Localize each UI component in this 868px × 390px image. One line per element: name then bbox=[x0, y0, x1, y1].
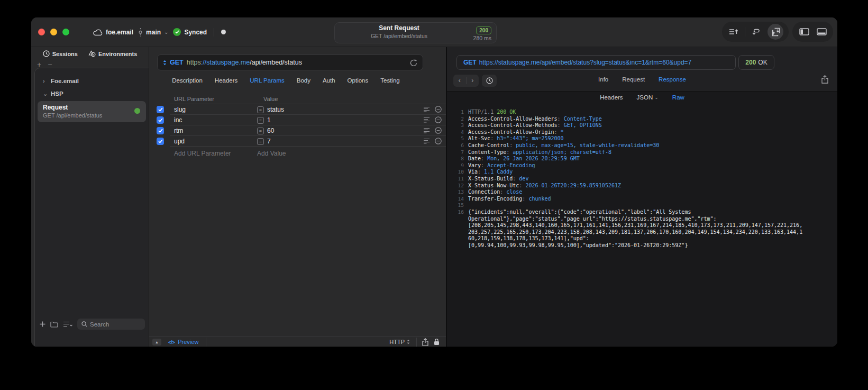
value-format-menu-icon[interactable] bbox=[423, 128, 430, 133]
expand-panel-button[interactable]: ▲ bbox=[152, 339, 161, 346]
toggle-bottom-panel-icon[interactable] bbox=[815, 25, 828, 38]
remove-param-icon[interactable] bbox=[435, 138, 442, 144]
add-param-row[interactable]: Add URL Parameter Add Value bbox=[149, 147, 446, 158]
tab-body[interactable]: Body bbox=[297, 77, 310, 84]
protocol-select[interactable]: HTTP bbox=[389, 339, 410, 345]
share-icon[interactable] bbox=[422, 338, 428, 346]
zoom-window-button[interactable] bbox=[62, 29, 69, 35]
param-row[interactable]: upd = 7 bbox=[149, 136, 446, 147]
tab-url-params[interactable]: URL Params bbox=[250, 77, 284, 84]
line-text: Vary: Accept-Encoding bbox=[468, 162, 535, 169]
header-value-text: dev bbox=[519, 176, 528, 182]
tree-group-foe-email[interactable]: › Foe.email bbox=[35, 75, 149, 87]
subtab-headers[interactable]: Headers bbox=[600, 94, 623, 101]
http-version-text: HTTP/1.1 bbox=[468, 109, 497, 115]
remove-param-icon[interactable] bbox=[435, 127, 442, 134]
line-text: X-Status-Now-Utc: 2026-01-26T20:29:59.85… bbox=[468, 183, 621, 189]
param-name-field[interactable]: inc bbox=[174, 116, 182, 124]
lock-icon[interactable] bbox=[434, 338, 440, 346]
branch-menu[interactable]: main ⌄ bbox=[138, 28, 168, 37]
chevron-down-icon[interactable]: ⌄ bbox=[43, 90, 47, 97]
method-stepper-icon[interactable] bbox=[163, 60, 167, 66]
export-response-icon[interactable] bbox=[821, 75, 828, 84]
preview-button[interactable]: </> Preview bbox=[168, 339, 198, 345]
tab-info[interactable]: Info bbox=[598, 76, 608, 83]
new-request-button[interactable] bbox=[40, 321, 45, 327]
param-value-field[interactable]: 7 bbox=[267, 138, 271, 145]
header-name-text: Connection bbox=[468, 189, 500, 195]
param-row[interactable]: rtm = 60 bbox=[149, 125, 446, 136]
add-param-value-placeholder[interactable]: Add Value bbox=[257, 150, 286, 157]
value-format-menu-icon[interactable] bbox=[423, 106, 430, 112]
project-menu[interactable]: foe.email bbox=[93, 29, 133, 36]
tab-sessions[interactable]: Sessions bbox=[43, 50, 78, 57]
tab-request[interactable]: Request bbox=[622, 76, 645, 83]
protocol-label: HTTP bbox=[389, 339, 405, 345]
value-format-menu-icon[interactable] bbox=[423, 138, 430, 144]
search-input[interactable]: Search bbox=[77, 319, 145, 330]
param-row[interactable]: slug = status bbox=[149, 104, 446, 115]
param-row[interactable]: inc = 1 bbox=[149, 115, 446, 125]
request-url-bar[interactable]: GET https://statuspage.me/api/embed/stat… bbox=[157, 55, 423, 70]
close-window-button[interactable] bbox=[38, 29, 45, 35]
sent-request-url-box[interactable]: GET https://statuspage.me/api/embed/stat… bbox=[456, 55, 736, 70]
tab-description[interactable]: Description bbox=[172, 77, 203, 84]
response-line: 4 Access-Control-Allow-Origin: * bbox=[451, 129, 834, 136]
line-text: {"incidents":null,"overall":{"code":"ope… bbox=[468, 209, 691, 216]
sync-status[interactable]: Synced bbox=[173, 28, 207, 36]
line-number: 3 bbox=[451, 122, 468, 129]
param-enabled-checkbox[interactable] bbox=[157, 106, 164, 113]
request-panel: GET https://statuspage.me/api/embed/stat… bbox=[149, 47, 446, 347]
sort-options-button[interactable] bbox=[63, 321, 72, 327]
add-param-name-placeholder[interactable]: Add URL Parameter bbox=[174, 150, 231, 157]
tab-options[interactable]: Options bbox=[348, 77, 369, 84]
separator-text: : bbox=[558, 122, 564, 128]
sent-request-summary[interactable]: Sent Request GET /api/embed/status 200 2… bbox=[334, 22, 497, 43]
remove-param-icon[interactable] bbox=[435, 116, 442, 123]
response-raw-view[interactable]: 1 HTTP/1.1 200 OK 2 Access-Control-Allow… bbox=[447, 106, 837, 347]
response-status-box: 200 OK bbox=[738, 55, 774, 70]
line-number bbox=[451, 242, 468, 249]
sidebar-actions: + − bbox=[37, 61, 52, 68]
equals-badge-icon: = bbox=[257, 117, 264, 124]
param-name-field[interactable]: upd bbox=[174, 138, 185, 145]
subtab-json[interactable]: JSON ⌄ bbox=[637, 94, 659, 101]
remove-param-icon[interactable] bbox=[435, 106, 442, 113]
json-body-text: [0,99.94,100,99.93,99.98,99.95,100],"upd… bbox=[468, 242, 688, 248]
merge-button[interactable] bbox=[750, 25, 763, 38]
param-value-field[interactable]: 1 bbox=[267, 116, 271, 124]
request-method[interactable]: GET bbox=[170, 59, 184, 66]
tab-response[interactable]: Response bbox=[659, 76, 686, 83]
tab-auth[interactable]: Auth bbox=[323, 77, 335, 84]
resend-request-icon[interactable] bbox=[410, 59, 417, 67]
tab-environments[interactable]: Environments bbox=[88, 50, 137, 57]
param-value-field[interactable]: 60 bbox=[267, 127, 274, 134]
line-number bbox=[451, 216, 468, 223]
minimize-window-button[interactable] bbox=[50, 29, 57, 35]
param-name-field[interactable]: rtm bbox=[174, 127, 183, 134]
sort-list-button[interactable] bbox=[727, 25, 740, 38]
param-enabled-checkbox[interactable] bbox=[157, 116, 164, 124]
line-text: Access-Control-Allow-Methods: GET, OPTIO… bbox=[468, 122, 602, 129]
import-export-button[interactable] bbox=[768, 24, 783, 40]
tab-headers[interactable]: Headers bbox=[215, 77, 237, 84]
chevron-right-icon[interactable]: › bbox=[43, 78, 47, 84]
tab-testing[interactable]: Testing bbox=[380, 77, 399, 84]
add-item-button[interactable]: + bbox=[37, 61, 41, 68]
line-number bbox=[451, 229, 468, 236]
param-enabled-checkbox[interactable] bbox=[157, 127, 164, 134]
tree-group-hsp[interactable]: ⌄ HSP bbox=[35, 87, 149, 100]
request-list-item-selected[interactable]: Request GET /api/embed/status bbox=[38, 101, 146, 122]
params-rows: slug = status bbox=[149, 104, 446, 147]
toggle-sidebar-icon[interactable] bbox=[798, 25, 810, 38]
subtab-raw[interactable]: Raw bbox=[672, 94, 684, 101]
param-value-field[interactable]: status bbox=[267, 106, 284, 113]
value-format-menu-icon[interactable] bbox=[423, 117, 430, 123]
chevron-down-icon: ⌄ bbox=[164, 29, 168, 35]
param-name-field[interactable]: slug bbox=[174, 106, 186, 113]
new-group-button[interactable] bbox=[50, 321, 58, 328]
request-url[interactable]: https://statuspage.me/api/embed/status bbox=[187, 59, 302, 66]
remove-item-button[interactable]: − bbox=[48, 61, 52, 68]
line-text: 60,218,159,138,178,135,173,141],"upd": bbox=[468, 235, 589, 242]
param-enabled-checkbox[interactable] bbox=[157, 138, 164, 145]
